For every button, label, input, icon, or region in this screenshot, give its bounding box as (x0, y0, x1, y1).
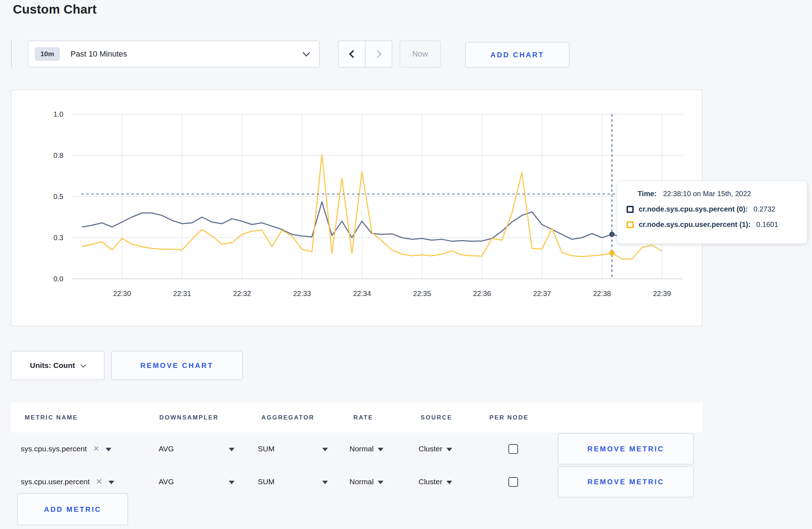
col-header-downsampler: DOWNSAMPLER (159, 403, 219, 432)
tooltip-series-name: cr.node.sys.cpu.user.percent (1): (639, 220, 750, 229)
page-title: Custom Chart (13, 2, 97, 16)
downsampler-select[interactable]: AVG (159, 465, 235, 498)
source-value: Cluster (419, 445, 443, 453)
svg-text:22:32: 22:32 (233, 290, 251, 297)
per-node-cell (508, 465, 518, 498)
svg-text:22:38: 22:38 (593, 290, 611, 297)
units-select[interactable]: Units: Count (11, 351, 105, 380)
source-select[interactable]: Cluster (419, 432, 452, 465)
time-range-label: Past 10 Minutes (71, 49, 127, 59)
tooltip-time-value: 22:38:10 on Mar 15th, 2022 (663, 190, 751, 198)
col-header-metric-name: METRIC NAME (25, 403, 78, 432)
aggregator-value: SUM (258, 477, 275, 486)
tooltip-time-label: Time: (638, 190, 657, 198)
tooltip-series-value: 0.1601 (756, 220, 778, 229)
toolbar-divider (11, 40, 12, 68)
metric-name-select[interactable]: sys.cpu.sys.percent ✕ (21, 432, 111, 465)
time-forward-button[interactable] (365, 41, 392, 67)
units-label: Units: Count (30, 361, 75, 370)
tooltip-series-value: 0.2732 (754, 205, 775, 213)
svg-text:22:35: 22:35 (413, 290, 431, 297)
caret-down-icon (378, 448, 383, 451)
col-header-per-node: PER NODE (489, 403, 529, 432)
remove-metric-button[interactable]: REMOVE METRIC (558, 433, 694, 465)
tooltip-series-name: cr.node.sys.cpu.sys.percent (0): (639, 205, 748, 213)
chart-card: 0.00.30.50.81.022:3022:3122:3222:3322:34… (11, 89, 702, 326)
per-node-cell (508, 432, 518, 465)
tooltip-series-row: cr.node.sys.cpu.sys.percent (0): 0.2732 (627, 205, 807, 213)
svg-text:22:33: 22:33 (293, 290, 311, 297)
aggregator-select[interactable]: SUM (258, 432, 328, 465)
series-swatch-icon (627, 221, 634, 228)
metric-name-value: sys.cpu.user.percent (21, 477, 90, 486)
metrics-table-header: METRIC NAME DOWNSAMPLER AGGREGATOR RATE … (11, 403, 702, 432)
caret-down-icon (108, 481, 114, 484)
caret-down-icon (229, 448, 235, 451)
svg-text:0.5: 0.5 (53, 193, 63, 200)
chart-tooltip: Time: 22:38:10 on Mar 15th, 2022 cr.node… (617, 181, 807, 244)
clear-metric-icon[interactable]: ✕ (93, 445, 99, 453)
svg-text:0.8: 0.8 (53, 151, 63, 159)
svg-text:1.0: 1.0 (53, 110, 63, 118)
rate-select[interactable]: Normal (349, 465, 383, 498)
svg-text:22:34: 22:34 (353, 290, 371, 297)
metric-name-value: sys.cpu.sys.percent (21, 445, 87, 453)
remove-chart-button[interactable]: REMOVE CHART (111, 351, 243, 380)
per-node-checkbox[interactable] (508, 477, 518, 487)
caret-down-icon (322, 481, 328, 484)
chevron-down-icon (81, 362, 86, 368)
aggregator-select[interactable]: SUM (258, 465, 328, 498)
downsampler-value: AVG (159, 477, 174, 486)
svg-text:22:39: 22:39 (653, 290, 671, 297)
time-range-badge: 10m (35, 47, 60, 61)
tooltip-time-row: Time: 22:38:10 on Mar 15th, 2022 (627, 190, 807, 198)
clear-metric-icon[interactable]: ✕ (96, 478, 102, 486)
time-nav-group (338, 40, 392, 68)
downsampler-value: AVG (159, 445, 174, 453)
aggregator-value: SUM (258, 445, 275, 453)
tooltip-series-row: cr.node.sys.cpu.user.percent (1): 0.1601 (627, 220, 807, 229)
remove-metric-button[interactable]: REMOVE METRIC (558, 466, 694, 498)
caret-down-icon (229, 481, 235, 484)
rate-value: Normal (349, 477, 374, 486)
svg-text:0.0: 0.0 (53, 275, 63, 283)
svg-text:0.3: 0.3 (53, 234, 63, 242)
chevron-left-icon (349, 50, 357, 58)
add-chart-button[interactable]: ADD CHART (465, 42, 570, 68)
col-header-aggregator: AGGREGATOR (261, 403, 314, 432)
source-value: Cluster (419, 477, 443, 486)
series-swatch-icon (627, 206, 634, 213)
downsampler-select[interactable]: AVG (159, 432, 235, 465)
add-metric-button[interactable]: ADD METRIC (17, 493, 128, 525)
time-range-select[interactable]: 10m Past 10 Minutes (28, 40, 320, 68)
time-back-button[interactable] (339, 41, 365, 67)
svg-text:22:37: 22:37 (533, 290, 551, 297)
metric-row: sys.cpu.sys.percent ✕ AVG SUM Normal Clu… (11, 432, 702, 465)
rate-select[interactable]: Normal (349, 432, 383, 465)
now-button[interactable]: Now (400, 40, 441, 68)
caret-down-icon (446, 481, 452, 484)
chevron-right-icon (373, 50, 382, 58)
col-header-rate: RATE (353, 403, 373, 432)
source-select[interactable]: Cluster (419, 465, 452, 498)
col-header-source: SOURCE (421, 403, 452, 432)
rate-value: Normal (349, 445, 374, 453)
svg-text:22:36: 22:36 (473, 290, 491, 297)
caret-down-icon (378, 481, 383, 484)
per-node-checkbox[interactable] (508, 444, 518, 454)
cpu-usage-chart[interactable]: 0.00.30.50.81.022:3022:3122:3222:3322:34… (11, 90, 702, 326)
caret-down-icon (446, 448, 452, 451)
svg-text:22:31: 22:31 (173, 290, 191, 297)
caret-down-icon (106, 448, 111, 451)
svg-text:22:30: 22:30 (113, 290, 131, 297)
caret-down-icon (322, 448, 328, 451)
chevron-down-icon (303, 49, 310, 57)
